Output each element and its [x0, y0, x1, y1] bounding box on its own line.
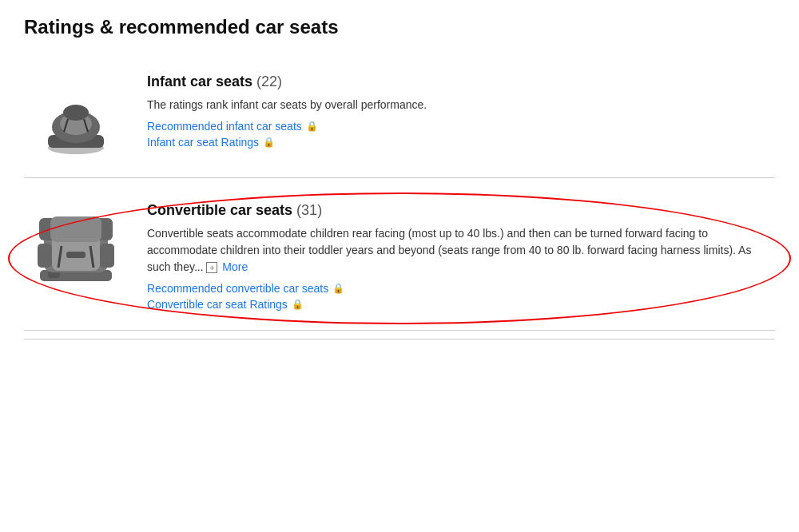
lock-icon-1: 🔒 [306, 121, 318, 132]
recommended-convertible-link[interactable]: Recommended convertible car seats [147, 282, 328, 295]
svg-rect-14 [66, 252, 85, 258]
svg-point-4 [63, 105, 89, 121]
infant-description: The ratings rank infant car seats by ove… [147, 97, 775, 113]
infant-section-content: Infant car seats (22) The ratings rank i… [147, 73, 775, 152]
lock-icon-2: 🔒 [263, 137, 275, 148]
infant-recommended-link-row: Recommended infant car seats 🔒 [147, 120, 775, 133]
convertible-description: Convertible seats accommodate children r… [147, 225, 775, 276]
infant-count: (22) [256, 73, 282, 89]
infant-ratings-link-row: Infant car seat Ratings 🔒 [147, 136, 775, 149]
convertible-car-seat-image [24, 202, 128, 290]
svg-rect-17 [38, 244, 52, 268]
convertible-ratings-link-row: Convertible car seat Ratings 🔒 [147, 298, 775, 311]
convertible-section-title: Convertible car seats (31) [147, 202, 775, 219]
infant-ratings-link[interactable]: Infant car seat Ratings [147, 136, 259, 149]
section-convertible: Convertible car seats (31) Convertible s… [24, 186, 775, 331]
more-link[interactable]: More [222, 260, 248, 273]
lock-icon-4: 🔒 [292, 299, 304, 310]
bottom-divider [24, 339, 775, 339]
lock-icon-3: 🔒 [332, 283, 344, 294]
convertible-section-content: Convertible car seats (31) Convertible s… [147, 202, 775, 314]
section-infant: Infant car seats (22) The ratings rank i… [24, 58, 775, 178]
recommended-infant-link[interactable]: Recommended infant car seats [147, 120, 302, 133]
more-expand-icon: + [206, 262, 217, 273]
svg-rect-18 [100, 244, 114, 268]
convertible-oval-container: Convertible car seats (31) Convertible s… [16, 186, 783, 331]
infant-car-seat-image [24, 73, 128, 161]
page-title: Ratings & recommended car seats [24, 16, 775, 38]
convertible-recommended-link-row: Recommended convertible car seats 🔒 [147, 282, 775, 295]
convertible-ratings-link[interactable]: Convertible car seat Ratings [147, 298, 288, 311]
infant-section-title: Infant car seats (22) [147, 73, 775, 90]
svg-rect-13 [50, 216, 101, 242]
convertible-count: (31) [296, 202, 322, 218]
